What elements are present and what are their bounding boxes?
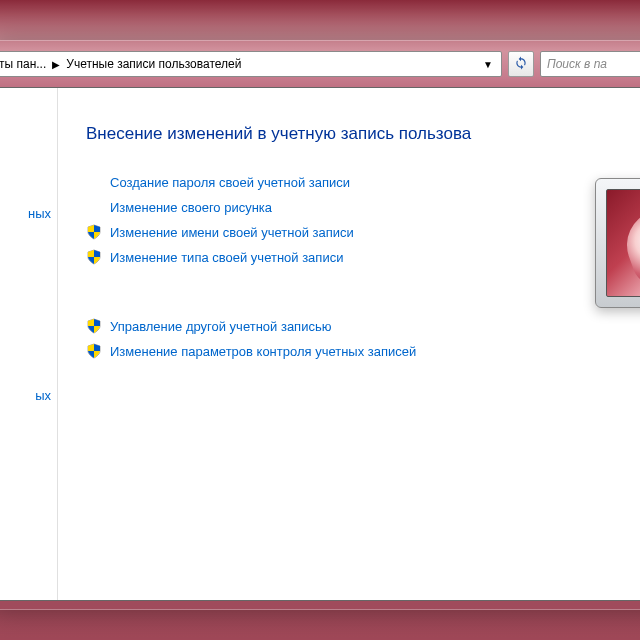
link-row-change-type: Изменение типа своей учетной записи [86, 249, 640, 265]
content-area: ных ых Внесение изменений в учетную запи… [0, 87, 640, 601]
main-panel: Внесение изменений в учетную запись поль… [58, 88, 640, 600]
refresh-button[interactable] [508, 51, 534, 77]
spacer [86, 274, 640, 309]
uac-shield-icon [86, 249, 102, 265]
link-row-change-uac: Изменение параметров контроля учетных за… [86, 343, 640, 359]
sidebar-item-1[interactable]: ных [28, 206, 51, 221]
link-change-uac[interactable]: Изменение параметров контроля учетных за… [110, 344, 416, 359]
addressbar-row: ты пан... ▶ Учетные записи пользователей… [0, 49, 640, 79]
link-row-change-name: Изменение имени своей учетной записи [86, 224, 640, 240]
sidebar: ных ых [0, 88, 58, 600]
uac-shield-icon [86, 318, 102, 334]
spacer-icon [86, 199, 102, 215]
page-title: Внесение изменений в учетную запись поль… [86, 124, 640, 144]
link-change-type[interactable]: Изменение типа своей учетной записи [110, 250, 343, 265]
search-input[interactable]: Поиск в па [540, 51, 640, 77]
search-placeholder: Поиск в па [547, 57, 607, 71]
link-create-password[interactable]: Создание пароля своей учетной записи [110, 175, 350, 190]
breadcrumb-separator-icon: ▶ [52, 59, 60, 70]
link-change-picture[interactable]: Изменение своего рисунка [110, 200, 272, 215]
breadcrumb-item-2[interactable]: Учетные записи пользователей [66, 57, 241, 71]
control-panel-window: ты пан... ▶ Учетные записи пользователей… [0, 40, 640, 610]
breadcrumb-dropdown-icon[interactable]: ▼ [479, 59, 497, 70]
user-avatar-image [606, 189, 640, 297]
breadcrumb-bar[interactable]: ты пан... ▶ Учетные записи пользователей… [0, 51, 502, 77]
sidebar-item-2[interactable]: ых [35, 388, 51, 403]
link-row-create-password: Создание пароля своей учетной записи [86, 174, 640, 190]
link-manage-other[interactable]: Управление другой учетной записью [110, 319, 331, 334]
user-avatar-frame [595, 178, 640, 308]
spacer-icon [86, 174, 102, 190]
link-change-name[interactable]: Изменение имени своей учетной записи [110, 225, 354, 240]
refresh-icon [514, 56, 528, 73]
uac-shield-icon [86, 343, 102, 359]
uac-shield-icon [86, 224, 102, 240]
link-row-manage-other: Управление другой учетной записью [86, 318, 640, 334]
action-links: Создание пароля своей учетной записи Изм… [86, 174, 640, 359]
breadcrumb-item-1[interactable]: ты пан... [0, 57, 46, 71]
link-row-change-picture: Изменение своего рисунка [86, 199, 640, 215]
